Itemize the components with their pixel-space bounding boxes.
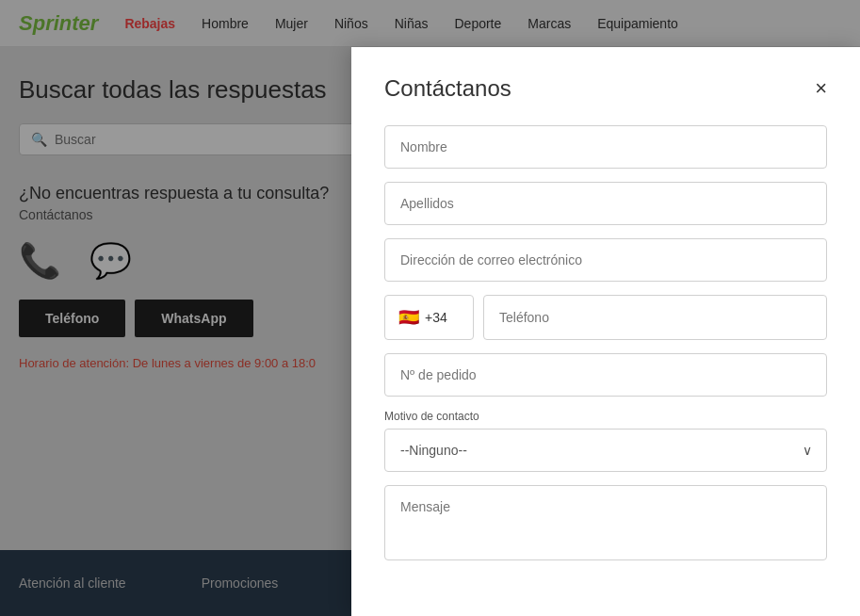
apellidos-input[interactable]	[384, 182, 827, 225]
nombre-input[interactable]	[384, 125, 827, 169]
modal-close-button[interactable]: ×	[815, 78, 827, 99]
country-selector[interactable]: 🇪🇸 +34	[384, 295, 474, 340]
motivo-select-wrapper: --Ninguno--	[384, 429, 827, 472]
contact-modal: Contáctanos × 🇪🇸 +34 Motivo de contacto …	[351, 47, 860, 616]
email-input[interactable]	[384, 238, 827, 282]
apellidos-field-wrapper	[384, 182, 827, 225]
flag-icon: 🇪🇸	[398, 307, 419, 328]
motivo-select[interactable]: --Ninguno--	[384, 429, 827, 472]
motivo-field-wrapper: Motivo de contacto --Ninguno--	[384, 410, 827, 472]
modal-header: Contáctanos ×	[384, 75, 827, 102]
telefono-input[interactable]	[483, 295, 827, 340]
nombre-field-wrapper	[384, 125, 827, 169]
motivo-label: Motivo de contacto	[384, 410, 827, 423]
mensaje-field-wrapper	[384, 485, 827, 564]
pedido-field-wrapper	[384, 353, 827, 397]
country-code: +34	[425, 310, 447, 325]
modal-title: Contáctanos	[384, 75, 511, 102]
pedido-input[interactable]	[384, 353, 827, 397]
mensaje-textarea[interactable]	[384, 485, 827, 560]
email-field-wrapper	[384, 238, 827, 282]
phone-row: 🇪🇸 +34	[384, 295, 827, 340]
